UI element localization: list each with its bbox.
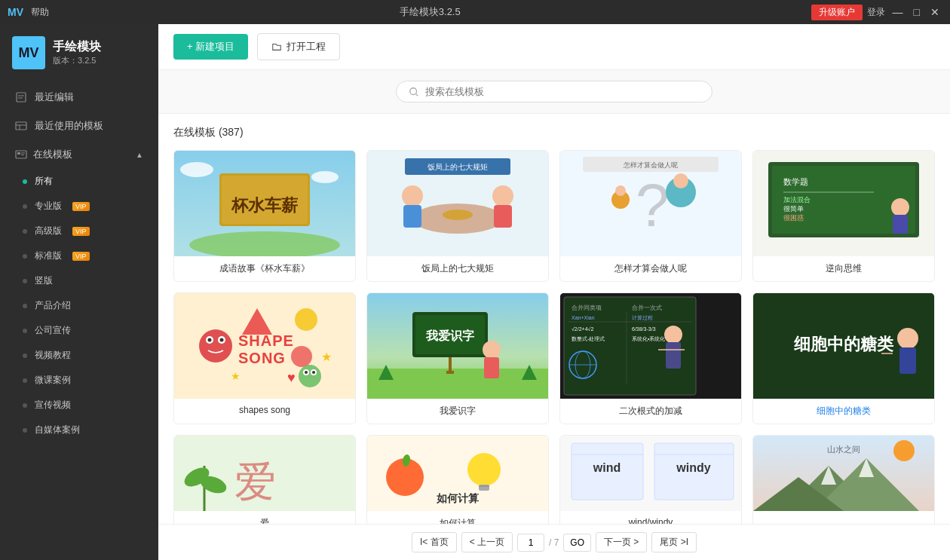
sidebar-item-recent-edit[interactable]: 最近编辑 [0, 83, 158, 112]
template-label-mountain [753, 511, 934, 523]
svg-text:?: ? [636, 172, 670, 239]
template-area: 在线模板 (387) [158, 114, 950, 524]
sub-label-tutorial: 视频教程 [35, 349, 71, 362]
template-label-shizi: 我爱识字 [367, 399, 548, 424]
template-thumb-love: 爱 [174, 436, 355, 511]
help-button[interactable]: 帮助 [31, 6, 49, 19]
sub-item-tutorial[interactable]: 视频教程 [0, 343, 158, 368]
maximize-button[interactable]: □ [911, 6, 923, 18]
svg-rect-66 [367, 369, 548, 399]
recent-edit-icon [15, 91, 27, 103]
online-template-label: 在线模板 [33, 148, 72, 161]
upgrade-button[interactable]: 升级账户 [811, 5, 863, 20]
template-card-love[interactable]: 爱 爱 [173, 435, 356, 524]
svg-rect-73 [484, 357, 499, 378]
sidebar-section-online[interactable]: 在线模板 ▲ [0, 140, 158, 169]
template-card-shizi[interactable]: 我爱识字 我爱识字 [366, 292, 549, 424]
svg-text:♥: ♥ [287, 370, 296, 385]
search-icon [409, 87, 419, 97]
svg-text:合并一次式: 合并一次式 [632, 304, 662, 311]
search-input[interactable] [425, 86, 700, 97]
template-thumb-cell: 细胞中的糖类 [753, 293, 934, 399]
svg-text:我爱识字: 我爱识字 [425, 329, 475, 342]
template-thumb-calculate: 如何计算 [367, 436, 548, 511]
content-area: + 新建项目 打开工程 在线模板 (387) [158, 24, 950, 560]
close-button[interactable]: ✕ [927, 6, 942, 18]
title-bar-left: MV 帮助 [8, 6, 49, 19]
svg-point-119 [893, 440, 915, 461]
open-project-button[interactable]: 打开工程 [257, 33, 340, 60]
template-card-mountain[interactable]: 山水之间 [752, 435, 935, 524]
sub-item-company[interactable]: 公司宣传 [0, 318, 158, 343]
open-project-label: 打开工程 [287, 40, 326, 54]
login-button[interactable]: 登录 [867, 6, 885, 19]
svg-point-54 [220, 338, 224, 342]
svg-text:计算过程: 计算过程 [632, 315, 653, 320]
svg-point-50 [199, 329, 232, 363]
svg-text:饭局上的七大规矩: 饭局上的七大规矩 [427, 163, 488, 171]
template-grid: 杯水车薪 成语故事《杯水车薪》 [173, 150, 935, 524]
svg-point-25 [443, 210, 473, 220]
template-card-shapes[interactable]: SHAPE SONG ★ ★ ♥ [173, 292, 356, 424]
svg-line-11 [416, 93, 418, 96]
template-thumb-shapes: SHAPE SONG ★ ★ ♥ [174, 293, 355, 399]
svg-text:数学题: 数学题 [783, 177, 808, 186]
sub-item-promo[interactable]: 宣传视频 [0, 393, 158, 418]
vip-badge-pro: VIP [72, 202, 90, 211]
template-label-math: 二次根式的加减 [560, 399, 741, 424]
sub-item-pro[interactable]: 专业版 VIP [0, 194, 158, 219]
sub-label-pro: 专业版 [35, 200, 62, 213]
logo-info: 手绘模块 版本：3.2.5 [53, 39, 101, 66]
template-card-math[interactable]: 合并同类项 合并一次式 Xan+Xian 计算过程 √2/2+4√2 6/38/… [559, 292, 742, 424]
template-card-cell[interactable]: 细胞中的糖类 细胞中的糖类 [752, 292, 935, 424]
sub-dot-vertical [23, 279, 27, 283]
page-go-button[interactable]: GO [563, 534, 591, 552]
sub-item-advanced[interactable]: 高级版 VIP [0, 219, 158, 243]
title-bar: MV 帮助 手绘模块3.2.5 升级账户 登录 — □ ✕ [0, 0, 950, 24]
zuoren-thumb-svg: ? 怎样才算会做人呢 [560, 151, 741, 256]
sub-label-product: 产品介绍 [35, 299, 71, 312]
recent-edit-label: 最近编辑 [35, 90, 74, 104]
logo-version: 版本：3.2.5 [53, 55, 101, 66]
sub-item-product[interactable]: 产品介绍 [0, 293, 158, 318]
new-project-button[interactable]: + 新建项目 [173, 34, 248, 60]
template-label-calculate: 如何计算 [367, 511, 548, 524]
sub-item-selfmedia[interactable]: 自媒体案例 [0, 418, 158, 442]
template-card-fanju[interactable]: 饭局上的七大规矩 饭局上的七大规矩 [366, 150, 549, 282]
first-page-button[interactable]: I< 首页 [412, 532, 457, 552]
expand-icon: ▲ [136, 151, 143, 159]
svg-rect-3 [16, 122, 26, 130]
template-card-zuoren[interactable]: ? 怎样才算会做人呢 怎样才算会做人呢 [559, 150, 742, 282]
toolbar: + 新建项目 打开工程 [158, 24, 950, 70]
minimize-button[interactable]: — [890, 6, 906, 18]
prev-page-button[interactable]: < 上一页 [461, 532, 513, 552]
sub-item-standard[interactable]: 标准版 VIP [0, 243, 158, 268]
template-thumb-zuoren: ? 怎样才算会做人呢 [560, 151, 741, 256]
svg-rect-0 [17, 93, 26, 102]
last-page-button[interactable]: 尾页 >I [651, 532, 697, 552]
template-card-calculate[interactable]: 如何计算 如何计算 [366, 435, 549, 524]
sub-item-micro[interactable]: 微课案例 [0, 368, 158, 393]
svg-text:SONG: SONG [238, 350, 286, 366]
cell-thumb-svg: 细胞中的糖类 [753, 293, 934, 399]
page-number-input[interactable] [517, 534, 544, 552]
sub-label-standard: 标准版 [35, 249, 62, 262]
online-template-icon [15, 148, 27, 161]
sidebar-nav: 最近编辑 最近使用的模板 在线模板 [0, 83, 158, 442]
svg-text:6/38/3-3/3: 6/38/3-3/3 [632, 326, 656, 332]
template-title: 在线模板 (387) [173, 126, 935, 139]
template-label-zuoren: 怎样才算会做人呢 [560, 256, 741, 281]
template-card-wind[interactable]: wind windy wind/windy [559, 435, 742, 524]
logo-name: 手绘模块 [53, 39, 101, 55]
calculate-thumb-svg: 如何计算 [367, 436, 548, 511]
template-card-nixiang[interactable]: 数学题 加法混合 很简单 很困惑 逆向思维 [752, 150, 935, 282]
sub-item-vertical[interactable]: 竖版 [0, 268, 158, 293]
sub-dot-selfmedia [23, 428, 27, 433]
sidebar-item-recent-template[interactable]: 最近使用的模板 [0, 112, 158, 140]
next-page-button[interactable]: 下一页 > [596, 532, 647, 552]
template-card-chengyu[interactable]: 杯水车薪 成语故事《杯水车薪》 [173, 150, 356, 282]
svg-text:如何计算: 如何计算 [436, 492, 480, 504]
page-total: / 7 [549, 537, 559, 548]
sub-item-all[interactable]: 所有 [0, 169, 158, 194]
svg-text:山水之间: 山水之间 [827, 445, 860, 454]
